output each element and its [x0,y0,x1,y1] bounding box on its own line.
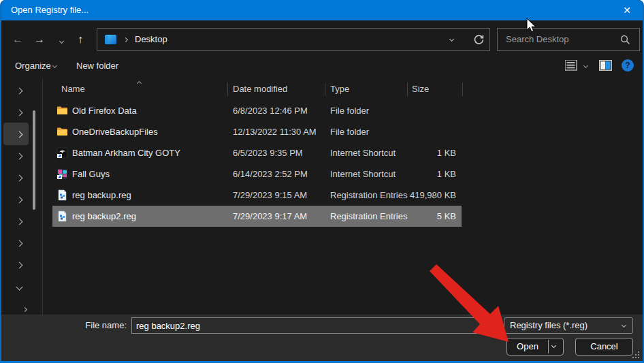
file-name-label: File name: [1,317,127,334]
tree-expand-icon[interactable] [11,148,27,164]
tree-scrollbar[interactable] [33,110,35,210]
file-size: 1 KB [379,142,456,163]
tree-expand-icon[interactable] [11,235,27,251]
organize-dropdown-icon [52,63,57,68]
tree-expand-icon[interactable] [11,82,27,99]
file-date: 6/14/2023 2:52 PM [233,163,308,185]
file-row[interactable]: OneDriveBackupFiles 12/13/2022 11:30 AM … [52,121,462,142]
back-button[interactable]: ← [8,30,27,49]
tree-expand-icon[interactable] [11,213,27,230]
file-date: 7/29/2023 9:17 AM [233,206,307,227]
breadcrumb-separator-icon [123,37,128,42]
title-bar: Open Registry file... ✕ [1,0,643,20]
file-name: Batman Arkham City GOTY [72,142,180,163]
file-name: reg backup.reg [72,185,131,206]
file-type-dropdown-icon [622,323,626,328]
file-date: 7/29/2023 9:15 AM [233,185,307,206]
file-name-input[interactable] [131,317,497,334]
recent-locations-button[interactable] [52,30,71,49]
file-type: File folder [330,121,369,142]
open-button-label: Open [507,338,548,355]
cancel-button[interactable]: Cancel [575,338,633,356]
tree-collapse-icon[interactable] [11,279,27,295]
column-separator [462,82,463,96]
file-type-select[interactable]: Registry files (*.reg) [504,317,633,334]
search-icon[interactable] [620,35,630,45]
sort-ascending-icon [138,77,141,87]
file-name: Old Firefox Data [72,100,137,121]
batman-shortcut-icon [57,147,68,159]
window-title: Open Registry file... [11,0,88,20]
folder-icon [57,105,68,116]
views-button[interactable] [565,60,577,71]
file-size: 1 KB [379,163,456,185]
column-header-date[interactable]: Date modified [233,81,287,97]
pane-divider[interactable] [42,79,43,315]
search-placeholder: Search Desktop [506,29,569,50]
file-name: Fall Guys [72,163,110,185]
file-name: OneDriveBackupFiles [72,121,158,142]
new-folder-button[interactable]: New folder [76,53,118,78]
desktop-icon [105,35,116,44]
preview-pane-button[interactable] [599,60,612,71]
registry-file-icon [57,210,68,222]
close-button[interactable]: ✕ [611,0,643,20]
column-header-type[interactable]: Type [330,81,349,97]
views-dropdown-icon[interactable] [583,63,588,68]
column-separator [227,82,228,96]
tree-expand-icon[interactable] [11,104,27,121]
tree-expand-icon[interactable] [11,126,27,142]
up-button[interactable]: ↑ [71,30,90,49]
open-file-dialog: Open Registry file... ✕ ← → ↑ Desktop Se… [0,0,644,363]
column-header-name[interactable]: Name [61,81,85,97]
organize-button[interactable]: Organize [15,53,57,78]
file-date: 6/8/2023 12:46 PM [233,100,308,121]
column-separator [407,82,408,96]
column-separator [325,82,325,96]
breadcrumb-location[interactable]: Desktop [135,29,167,50]
column-header-row: Name Date modified Type Size [44,81,643,97]
file-row-selected[interactable]: reg backup2.reg 7/29/2023 9:17 AM Regist… [52,206,462,227]
help-button[interactable]: ? [622,59,634,72]
address-dropdown-icon[interactable] [449,37,454,42]
search-input[interactable]: Search Desktop [497,28,640,51]
file-row[interactable]: reg backup.reg 7/29/2023 9:15 AM Registr… [52,185,462,206]
forward-button[interactable]: → [30,30,49,49]
tree-expand-icon[interactable] [11,170,27,186]
fallguys-shortcut-icon [57,168,68,180]
tree-expand-icon[interactable] [11,257,27,273]
file-name: reg backup2.reg [72,206,136,227]
registry-file-icon [57,189,68,201]
dialog-footer: File name: Registry files (*.reg) Open C… [1,315,643,361]
address-bar[interactable]: Desktop [97,28,490,51]
file-date: 12/13/2022 11:30 AM [233,121,317,142]
tree-expand-icon[interactable] [11,191,27,208]
dialog-toolbar: Organize New folder ? [1,53,643,78]
open-button[interactable]: Open [506,338,564,356]
file-type-value: Registry files (*.reg) [510,320,587,330]
file-size: 5 KB [379,206,456,227]
open-split-divider [548,340,549,353]
file-type: File folder [330,100,369,121]
column-header-size[interactable]: Size [412,81,429,97]
file-size: 419,980 KB [379,185,456,206]
refresh-icon[interactable] [473,34,485,46]
file-date: 6/5/2023 9:35 PM [233,142,303,163]
file-row[interactable]: Fall Guys 6/14/2023 2:52 PM Internet Sho… [52,163,462,185]
file-row[interactable]: Old Firefox Data 6/8/2023 12:46 PM File … [52,100,462,121]
folder-icon [57,126,68,138]
resize-grip-icon[interactable] [632,351,640,360]
file-row[interactable]: Batman Arkham City GOTY 6/5/2023 9:35 PM… [52,142,462,163]
open-dropdown-icon[interactable] [551,343,556,348]
